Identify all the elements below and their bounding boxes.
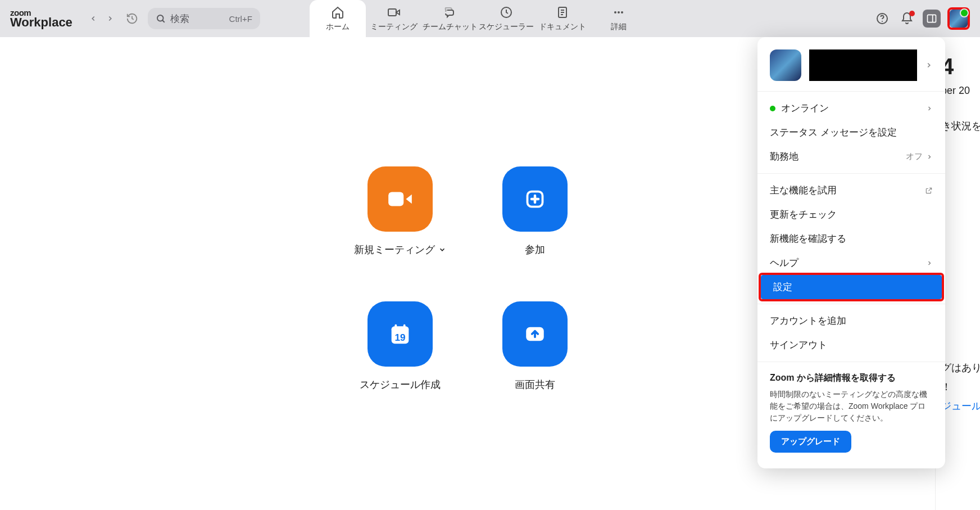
schedule-item: 19 スケジュール作成: [344, 301, 456, 391]
menu-online[interactable]: オンライン: [757, 96, 945, 120]
chevron-left-icon: [89, 15, 97, 22]
calendar-icon: 19: [387, 321, 413, 347]
chevron-right-icon: [106, 15, 114, 22]
profile-avatar: [770, 49, 801, 81]
nav-tabs: ホーム ミーティング チームチャット スケジューラー ドキュメント 詳細: [310, 0, 647, 37]
side-date-text: ber 20: [941, 85, 970, 97]
brand-logo: zoom Workplace: [0, 8, 83, 30]
upgrade-button[interactable]: アップグレード: [770, 431, 851, 453]
menu-set-status[interactable]: ステータス メッセージを設定: [757, 120, 945, 145]
top-right-controls: [873, 7, 980, 30]
tab-teamchat[interactable]: チームチャット: [422, 0, 478, 37]
join-label-row: 参加: [525, 243, 545, 256]
external-link-icon: [925, 187, 933, 195]
history-icon: [126, 12, 138, 25]
schedule-label-row: スケジュール作成: [360, 378, 441, 391]
search-shortcut: Ctrl+F: [229, 14, 252, 24]
menu-check-update[interactable]: 更新をチェック: [757, 202, 945, 227]
notifications-button[interactable]: [898, 10, 916, 28]
share-label: 画面共有: [515, 378, 555, 391]
svg-point-10: [618, 11, 620, 13]
search-input[interactable]: 検索 Ctrl+F: [148, 8, 260, 29]
promo-text: 時間制限のないミーティングなどの高度な機能をご希望の場合は、Zoom Workp…: [770, 389, 933, 424]
profile-menu: オンライン ステータス メッセージを設定 勤務地 オフ 主な機能を試用 更新をチ…: [757, 37, 945, 468]
menu-whats-new-label: 新機能を確認する: [770, 232, 846, 245]
nav-arrows: [83, 12, 121, 25]
more-icon: [611, 5, 626, 20]
svg-text:19: 19: [394, 332, 405, 343]
join-button[interactable]: [502, 166, 568, 232]
home-grid: 新規ミーティング 参加 19 スケジュール作成: [344, 166, 591, 391]
nav-back-button[interactable]: [87, 12, 99, 25]
menu-online-label: オンライン: [781, 102, 829, 115]
tab-meeting-label: ミーティング: [370, 22, 418, 32]
profile-avatar-button[interactable]: [947, 7, 970, 30]
svg-rect-2: [388, 9, 396, 16]
chevron-right-icon: [926, 260, 933, 267]
menu-help-label: ヘルプ: [770, 256, 798, 269]
tab-scheduler[interactable]: スケジューラー: [478, 0, 534, 37]
new-meeting-label: 新規ミーティング: [354, 243, 435, 256]
clock-icon: [499, 5, 514, 20]
home-icon: [330, 5, 345, 20]
tab-more[interactable]: 詳細: [591, 0, 647, 37]
separator: [757, 173, 945, 174]
tab-teamchat-label: チームチャット: [423, 22, 478, 32]
join-label: 参加: [525, 243, 545, 256]
history-button[interactable]: [125, 12, 139, 25]
chevron-right-icon: [925, 61, 933, 69]
side-schedule-link[interactable]: ジュール: [941, 399, 980, 413]
menu-add-account-label: アカウントを追加: [770, 314, 846, 327]
share-label-row: 画面共有: [515, 378, 555, 391]
schedule-label: スケジュール作成: [360, 378, 441, 391]
panel-toggle-button[interactable]: [923, 10, 941, 28]
separator: [757, 91, 945, 92]
chat-icon: [443, 5, 457, 20]
new-meeting-label-row[interactable]: 新規ミーティング: [354, 243, 446, 256]
menu-sign-out[interactable]: サインアウト: [757, 333, 945, 357]
svg-point-0: [157, 15, 164, 21]
tab-home[interactable]: ホーム: [310, 0, 366, 37]
menu-add-account[interactable]: アカウントを追加: [757, 309, 945, 333]
svg-rect-23: [403, 324, 406, 329]
video-fill-icon: [386, 185, 414, 213]
menu-work-location[interactable]: 勤務地 オフ: [757, 145, 945, 169]
nav-forward-button[interactable]: [104, 12, 116, 25]
new-meeting-button[interactable]: [368, 166, 433, 232]
menu-help[interactable]: ヘルプ: [757, 251, 945, 275]
share-button[interactable]: [502, 301, 568, 367]
profile-name-redacted: [809, 49, 917, 81]
menu-whats-new[interactable]: 新機能を確認する: [757, 227, 945, 251]
svg-line-1: [162, 20, 165, 22]
separator: [757, 304, 945, 304]
chevron-right-icon: [926, 105, 933, 112]
menu-settings[interactable]: 設定: [761, 275, 942, 299]
plus-icon: [525, 189, 545, 209]
video-icon: [387, 5, 401, 20]
tab-meeting[interactable]: ミーティング: [366, 0, 422, 37]
document-icon: [555, 5, 570, 20]
brand-workplace: Workplace: [10, 15, 72, 30]
svg-point-9: [614, 11, 616, 13]
new-meeting-item: 新規ミーティング: [344, 166, 456, 256]
upgrade-promo: Zoom から詳細情報を取得する 時間制限のないミーティングなどの高度な機能をご…: [757, 367, 945, 458]
separator: [757, 362, 945, 362]
panel-icon: [926, 13, 937, 24]
tab-more-label: 詳細: [611, 22, 627, 32]
menu-set-status-label: ステータス メッセージを設定: [770, 126, 897, 139]
schedule-button[interactable]: 19: [368, 301, 433, 367]
menu-try-features-label: 主な機能を試用: [770, 184, 837, 197]
bell-icon: [900, 12, 914, 25]
top-bar: zoom Workplace 検索 Ctrl+F ホーム ミーティング チームチ…: [0, 0, 980, 37]
help-button[interactable]: [873, 10, 891, 28]
menu-try-features[interactable]: 主な機能を試用: [757, 178, 945, 202]
search-placeholder: 検索: [170, 12, 229, 25]
svg-point-13: [882, 21, 883, 22]
svg-point-11: [621, 11, 623, 13]
profile-header[interactable]: [757, 44, 945, 87]
svg-rect-14: [928, 15, 936, 22]
svg-rect-22: [394, 324, 397, 329]
tab-document[interactable]: ドキュメント: [534, 0, 591, 37]
menu-check-update-label: 更新をチェック: [770, 208, 837, 221]
menu-sign-out-label: サインアウト: [770, 339, 827, 351]
